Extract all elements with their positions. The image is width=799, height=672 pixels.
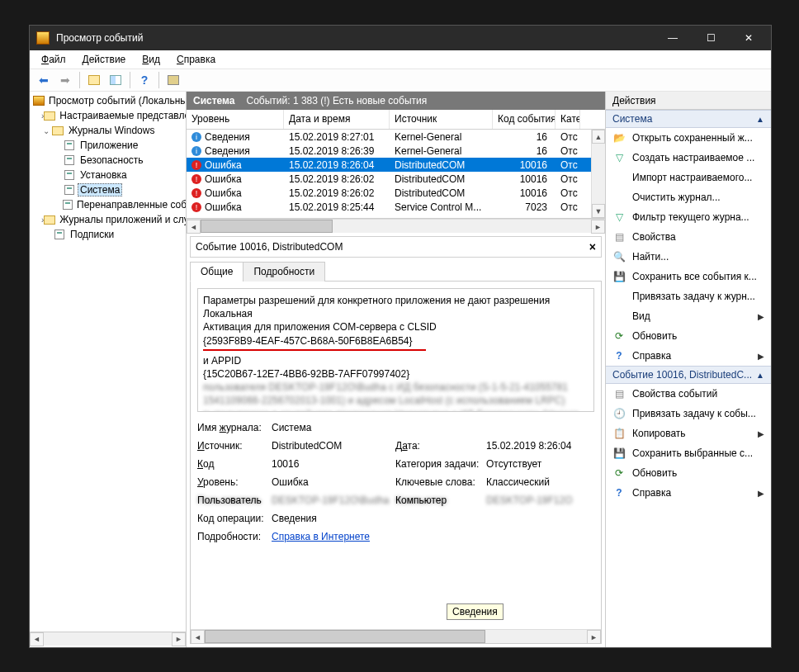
action-help-event[interactable]: ?Справка▶	[606, 483, 771, 503]
online-help-link[interactable]: Справка в Интернете	[272, 531, 370, 542]
error-icon: !	[191, 202, 201, 212]
menu-file[interactable]: Файл	[35, 52, 73, 67]
detail-hscroll[interactable]: ◄ ►	[191, 629, 601, 643]
col-datetime[interactable]: Дата и время	[284, 110, 390, 129]
col-level[interactable]: Уровень	[187, 110, 284, 129]
action-refresh[interactable]: ⟳Обновить	[606, 326, 771, 346]
tree-root[interactable]: Просмотр событий (Локальный)	[30, 93, 186, 108]
toolbar: ⬅ ➡ ?	[30, 69, 771, 92]
actions-title: Действия	[606, 92, 771, 110]
action-filter-current-log[interactable]: ▽Фильтр текущего журна...	[606, 207, 771, 227]
toolbar-help-icon[interactable]: ?	[135, 71, 154, 89]
col-code[interactable]: Код события	[493, 110, 556, 129]
titlebar[interactable]: Просмотр событий — ☐ ✕	[30, 26, 771, 50]
list-header: Уровень Дата и время Источник Код событи…	[187, 110, 605, 130]
detail-title: Событие 10016, DistributedCOM	[196, 241, 343, 253]
lab-user: Пользователь	[197, 495, 272, 506]
nav-forward-button[interactable]: ➡	[56, 71, 74, 89]
action-create-custom-view[interactable]: ▽Создать настраиваемое ...	[606, 148, 771, 168]
action-attach-task-log[interactable]: Привязать задачу к журн...	[606, 286, 771, 306]
tree-windows-logs[interactable]: ⌄ Журналы Windows	[30, 123, 186, 138]
action-attach-task-event[interactable]: 🕘Привязать задачу к собы...	[606, 404, 771, 424]
action-save-selected[interactable]: 💾Сохранить выбранные с...	[606, 443, 771, 463]
toolbar-grid-icon[interactable]	[164, 71, 182, 89]
info-icon: i	[191, 146, 201, 156]
menu-help[interactable]: Справка	[170, 52, 222, 67]
col-source[interactable]: Источник	[390, 110, 493, 129]
scroll-left-icon[interactable]: ◄	[187, 220, 201, 234]
action-view[interactable]: Вид▶	[606, 306, 771, 326]
tree-forwarded[interactable]: Перенаправленные события	[30, 197, 186, 212]
navigation-tree[interactable]: Просмотр событий (Локальный) › Настраива…	[30, 93, 186, 632]
tree-custom-views[interactable]: › Настраиваемые представления	[30, 108, 186, 123]
scroll-down-icon[interactable]: ▼	[592, 204, 605, 218]
description-box[interactable]: Параметры разрешений для конкретного при…	[197, 288, 594, 412]
center-count: Событий: 1 383 (!) Есть новые события	[247, 95, 428, 106]
event-row[interactable]: iСведения15.02.2019 8:27:01Kernel-Genera…	[187, 130, 605, 144]
detail-pane: Событие 10016, DistributedCOM × Общие По…	[187, 233, 605, 647]
event-list[interactable]: iСведения15.02.2019 8:27:01Kernel-Genera…	[187, 130, 605, 219]
list-vscroll[interactable]: ▲ ▼	[591, 130, 605, 218]
menubar: Файл Действие Вид Справка	[30, 50, 771, 69]
action-find[interactable]: 🔍Найти...	[606, 247, 771, 267]
action-open-saved-log[interactable]: 📂Открыть сохраненный ж...	[606, 128, 771, 148]
tree-setup[interactable]: Установка	[30, 168, 186, 182]
menu-action[interactable]: Действие	[76, 52, 133, 67]
error-icon: !	[191, 188, 201, 198]
list-hscroll[interactable]: ◄ ►	[187, 219, 605, 233]
app-icon	[36, 31, 50, 45]
action-copy[interactable]: 📋Копировать▶	[606, 424, 771, 443]
lab-keywords: Ключевые слова:	[395, 476, 486, 488]
tree-security[interactable]: Безопасность	[30, 153, 186, 168]
actions-group-system[interactable]: Система▲	[606, 110, 771, 128]
toolbar-panes-icon[interactable]	[106, 71, 125, 89]
event-row[interactable]: !Ошибка15.02.2019 8:26:02DistributedCOM1…	[187, 172, 605, 186]
val-code: 10016	[272, 458, 395, 470]
event-row[interactable]: !Ошибка15.02.2019 8:25:44Service Control…	[187, 200, 605, 214]
minimize-button[interactable]: —	[654, 26, 692, 50]
scroll-right-icon[interactable]: ►	[172, 632, 186, 646]
action-clear-log[interactable]: Очистить журнал...	[606, 187, 771, 207]
action-refresh-event[interactable]: ⟳Обновить	[606, 463, 771, 483]
lab-computer: Компьютер	[395, 495, 486, 506]
event-row[interactable]: iСведения15.02.2019 8:26:39Kernel-Genera…	[187, 144, 605, 158]
tree-app-services[interactable]: › Журналы приложений и служб	[30, 212, 186, 227]
maximize-button[interactable]: ☐	[692, 26, 730, 50]
event-row[interactable]: !Ошибка15.02.2019 8:26:02DistributedCOM1…	[187, 186, 605, 200]
close-button[interactable]: ✕	[730, 26, 768, 50]
scroll-thumb[interactable]	[201, 220, 333, 233]
scroll-thumb[interactable]	[205, 630, 485, 643]
col-category[interactable]: Категория	[556, 110, 580, 129]
menu-view[interactable]: Вид	[135, 52, 167, 67]
action-event-properties[interactable]: ▤Свойства событий	[606, 384, 771, 404]
tree-hscroll[interactable]: ◄ ►	[30, 632, 186, 646]
action-save-all-events[interactable]: 💾Сохранить все события к...	[606, 267, 771, 286]
scroll-up-icon[interactable]: ▲	[592, 130, 605, 144]
val-computer: DESKTOP-19F12O	[486, 495, 602, 506]
detail-tabs: Общие Подробности	[190, 261, 602, 282]
scroll-left-icon[interactable]: ◄	[191, 630, 205, 644]
scroll-right-icon[interactable]: ►	[587, 630, 601, 644]
tree-application[interactable]: Приложение	[30, 138, 186, 153]
scroll-right-icon[interactable]: ►	[591, 220, 605, 234]
detail-close-button[interactable]: ×	[589, 240, 596, 253]
nav-back-button[interactable]: ⬅	[35, 71, 53, 89]
action-help[interactable]: ?Справка▶	[606, 346, 771, 366]
action-properties[interactable]: ▤Свойства	[606, 227, 771, 247]
lab-date: Дата:	[395, 440, 486, 452]
center-header: Система Событий: 1 383 (!) Есть новые со…	[187, 92, 605, 110]
window-title: Просмотр событий	[56, 32, 654, 44]
center-title: Система	[193, 95, 235, 106]
event-row[interactable]: !Ошибка15.02.2019 8:26:04DistributedCOM1…	[187, 158, 605, 172]
scroll-left-icon[interactable]: ◄	[30, 632, 44, 646]
lab-logname: Имя журнала:	[197, 422, 272, 433]
actions-group-event[interactable]: Событие 10016, DistributedC...▲	[606, 366, 771, 384]
event-viewer-window: Просмотр событий — ☐ ✕ Файл Действие Вид…	[29, 25, 772, 648]
tree-subscriptions[interactable]: Подписки	[30, 227, 186, 242]
detail-body: Параметры разрешений для конкретного при…	[190, 282, 602, 644]
tab-details[interactable]: Подробности	[243, 262, 325, 282]
tree-system[interactable]: Система	[30, 182, 186, 197]
action-import-custom-view[interactable]: Импорт настраиваемого...	[606, 168, 771, 187]
toolbar-explore-icon[interactable]	[85, 71, 103, 89]
tab-general[interactable]: Общие	[190, 262, 243, 282]
